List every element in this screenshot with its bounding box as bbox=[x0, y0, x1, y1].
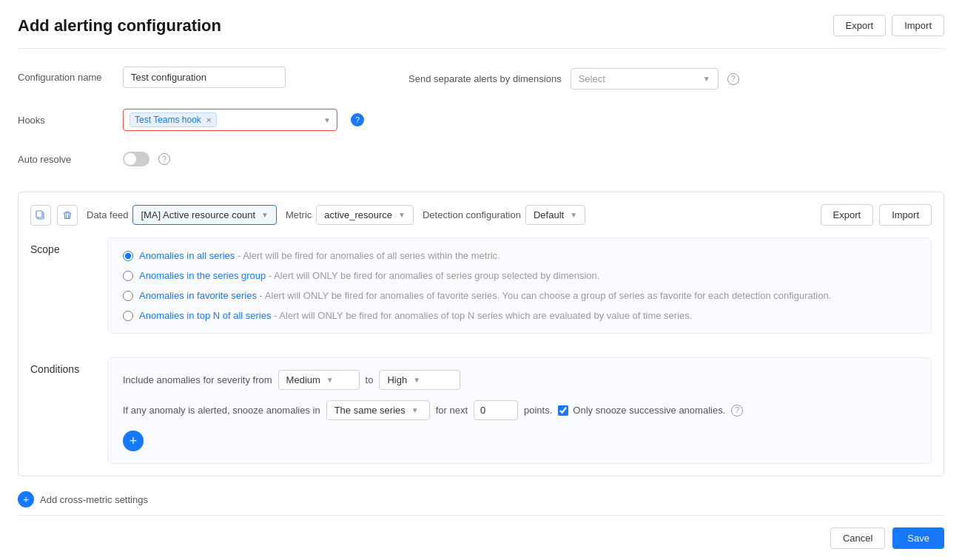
scope-radio-favorite[interactable] bbox=[123, 291, 133, 301]
metric-select[interactable]: active_resource ▼ bbox=[316, 205, 414, 225]
detection-label: Detection configuration bbox=[423, 209, 521, 220]
hooks-help-icon[interactable]: ? bbox=[351, 113, 364, 126]
conditions-section: Conditions Include anomalies for severit… bbox=[30, 357, 932, 464]
export-button[interactable]: Export bbox=[833, 15, 887, 36]
only-successive-label: Only snooze successive anomalies. bbox=[573, 405, 725, 416]
conditions-title-wrapper: Conditions bbox=[30, 357, 90, 464]
scope-main-all-series: Anomalies in all series bbox=[139, 250, 235, 261]
scope-desc-all-series: - Alert will be fired for anomalies of a… bbox=[238, 250, 500, 261]
scope-desc-series-group: - Alert will ONLY be fired for anomalies… bbox=[269, 270, 600, 281]
detection-field: Detection configuration Default ▼ bbox=[423, 205, 585, 225]
detection-value: Default bbox=[534, 209, 564, 220]
cross-metric-add-button[interactable]: + bbox=[18, 491, 34, 507]
page-footer: Cancel Save bbox=[18, 515, 944, 549]
hooks-select[interactable]: Test Teams hook ✕ ▼ bbox=[123, 109, 337, 131]
scope-option-favorite: Anomalies in favorite series - Alert wil… bbox=[123, 290, 916, 301]
scope-radio-series-group[interactable] bbox=[123, 271, 133, 281]
only-successive-checkbox[interactable] bbox=[558, 405, 568, 416]
send-separate-placeholder: Select bbox=[579, 73, 605, 84]
scope-radio-top-n[interactable] bbox=[123, 311, 133, 321]
scope-label-all-series: Anomalies in all series - Alert will be … bbox=[139, 250, 500, 261]
card-export-button[interactable]: Export bbox=[821, 204, 874, 226]
cross-metric-row: + Add cross-metric settings bbox=[18, 491, 944, 507]
hooks-label: Hooks bbox=[18, 115, 114, 126]
scope-main-favorite: Anomalies in favorite series bbox=[139, 290, 257, 301]
scope-radio-group: Anomalies in all series - Alert will be … bbox=[123, 250, 916, 321]
hooks-tag-close[interactable]: ✕ bbox=[206, 116, 212, 124]
scope-label-series-group: Anomalies in the series group - Alert wi… bbox=[139, 270, 599, 281]
severity-to-value: High bbox=[387, 374, 407, 385]
snooze-points-input[interactable] bbox=[474, 400, 518, 420]
scope-label-favorite: Anomalies in favorite series - Alert wil… bbox=[139, 290, 831, 301]
auto-resolve-row: Auto resolve ? bbox=[18, 152, 364, 166]
header-buttons: Export Import bbox=[833, 15, 944, 36]
scope-title-wrapper: Scope bbox=[30, 237, 90, 345]
scope-radio-all-series[interactable] bbox=[123, 251, 133, 261]
scope-section: Scope Anomalies in all series - Alert wi… bbox=[30, 237, 932, 345]
add-condition-button[interactable]: + bbox=[123, 431, 144, 451]
severity-to-label: to bbox=[366, 374, 374, 385]
severity-to-select[interactable]: High ▼ bbox=[379, 370, 460, 390]
scope-desc-favorite: - Alert will ONLY be fired for anomalies… bbox=[260, 290, 832, 301]
detection-arrow: ▼ bbox=[570, 211, 577, 219]
scope-desc-top-n: - Alert will ONLY be fired for anomalies… bbox=[274, 310, 692, 321]
severity-from-value: Medium bbox=[286, 374, 320, 385]
send-separate-row: Send separate alerts by dimensions Selec… bbox=[408, 68, 944, 90]
metric-arrow: ▼ bbox=[398, 211, 406, 219]
config-name-input[interactable] bbox=[123, 67, 286, 88]
page-title: Add alerting configuration bbox=[18, 16, 221, 36]
severity-to-arrow: ▼ bbox=[413, 376, 420, 384]
hooks-dropdown-arrow[interactable]: ▼ bbox=[319, 116, 331, 124]
datafeed-arrow: ▼ bbox=[261, 211, 269, 219]
conditions-title: Conditions bbox=[30, 363, 79, 375]
config-name-label: Configuration name bbox=[18, 72, 114, 83]
import-button[interactable]: Import bbox=[892, 15, 944, 36]
card-export-import: Export Import bbox=[821, 204, 932, 226]
snooze-series-select[interactable]: The same series ▼ bbox=[326, 400, 430, 420]
cancel-button[interactable]: Cancel bbox=[830, 527, 885, 549]
conditions-wrapper: Conditions Include anomalies for severit… bbox=[30, 357, 932, 464]
metric-value: active_resource bbox=[324, 209, 392, 220]
snooze-points-label: points. bbox=[524, 405, 552, 416]
page-container: Add alerting configuration Export Import… bbox=[0, 0, 962, 560]
datafeed-field: Data feed [MA] Active resource count ▼ bbox=[87, 205, 277, 225]
snooze-help-icon[interactable]: ? bbox=[731, 405, 743, 416]
send-separate-select[interactable]: Select ▼ bbox=[571, 68, 719, 90]
severity-from-select[interactable]: Medium ▼ bbox=[278, 370, 360, 390]
auto-resolve-help-icon[interactable]: ? bbox=[158, 153, 170, 165]
detection-select[interactable]: Default ▼ bbox=[525, 205, 585, 225]
config-name-row: Configuration name bbox=[18, 67, 364, 88]
page-header: Add alerting configuration Export Import bbox=[18, 15, 944, 49]
scope-option-series-group: Anomalies in the series group - Alert wi… bbox=[123, 270, 916, 281]
toggle-knob bbox=[124, 153, 136, 165]
form-right: Send separate alerts by dimensions Selec… bbox=[408, 67, 944, 90]
send-separate-arrow: ▼ bbox=[703, 75, 710, 83]
svg-rect-1 bbox=[36, 211, 42, 217]
conditions-box: Include anomalies for severity from Medi… bbox=[107, 357, 932, 464]
auto-resolve-toggle[interactable] bbox=[123, 152, 149, 166]
toolbar-icons bbox=[30, 205, 78, 226]
send-separate-label: Send separate alerts by dimensions bbox=[408, 73, 562, 84]
send-separate-help-icon[interactable]: ? bbox=[727, 73, 739, 85]
snooze-for-label: for next bbox=[436, 405, 468, 416]
snooze-row: If any anomaly is alerted, snooze anomal… bbox=[123, 400, 916, 420]
card-toolbar: Data feed [MA] Active resource count ▼ M… bbox=[30, 204, 932, 226]
main-card: Data feed [MA] Active resource count ▼ M… bbox=[18, 192, 944, 476]
scope-main-top-n: Anomalies in top N of all series bbox=[139, 310, 271, 321]
metric-field: Metric active_resource ▼ bbox=[286, 205, 414, 225]
metric-label: Metric bbox=[286, 209, 312, 220]
datafeed-value: [MA] Active resource count bbox=[141, 209, 255, 220]
datafeed-select[interactable]: [MA] Active resource count ▼ bbox=[132, 205, 277, 225]
severity-from-label: Include anomalies for severity from bbox=[123, 374, 272, 385]
only-successive-wrapper: Only snooze successive anomalies. bbox=[558, 405, 725, 416]
auto-resolve-label: Auto resolve bbox=[18, 154, 114, 165]
hooks-tag-text: Test Teams hook bbox=[135, 115, 201, 125]
snooze-series-arrow: ▼ bbox=[411, 406, 419, 414]
card-import-button[interactable]: Import bbox=[879, 204, 932, 226]
top-form: Configuration name Hooks Test Teams hook… bbox=[18, 67, 944, 177]
save-button[interactable]: Save bbox=[892, 527, 944, 549]
hooks-tag: Test Teams hook ✕ bbox=[130, 112, 217, 127]
delete-icon-button[interactable] bbox=[57, 205, 78, 226]
datafeed-label: Data feed bbox=[87, 209, 128, 220]
copy-icon-button[interactable] bbox=[30, 205, 51, 226]
